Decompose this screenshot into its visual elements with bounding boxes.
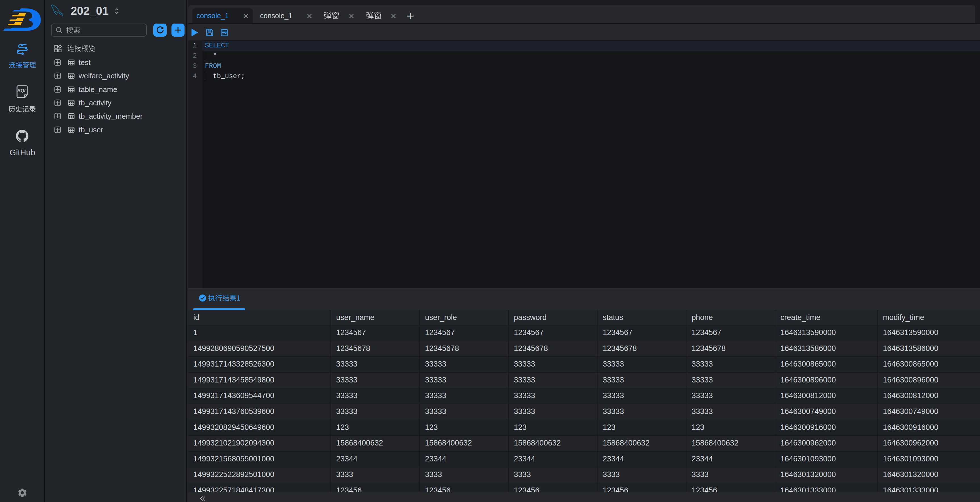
svg-text:SQL: SQL: [18, 88, 27, 93]
